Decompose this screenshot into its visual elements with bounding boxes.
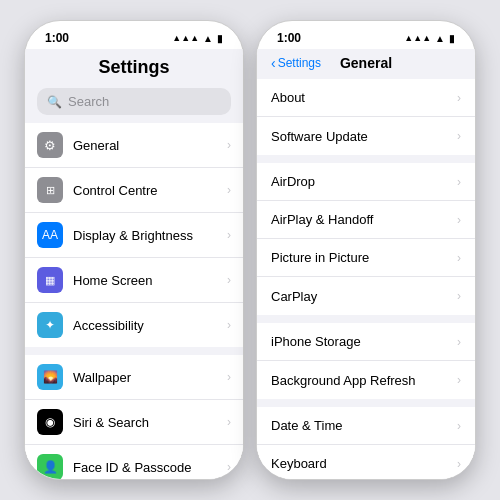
- settings-row-accessibility[interactable]: ✦ Accessibility ›: [25, 303, 243, 347]
- right-time: 1:00: [277, 31, 301, 45]
- siri-icon: ◉: [37, 409, 63, 435]
- left-status-bar: 1:00 ▲▲▲ ▲ ▮: [25, 21, 243, 49]
- phones-container: 1:00 ▲▲▲ ▲ ▮ Settings 🔍 Search ⚙ General…: [14, 10, 486, 490]
- general-list: About › Software Update › AirDrop ›: [257, 79, 475, 479]
- carplay-chevron: ›: [457, 289, 461, 303]
- left-phone: 1:00 ▲▲▲ ▲ ▮ Settings 🔍 Search ⚙ General…: [24, 20, 244, 480]
- faceid-label: Face ID & Passcode: [73, 460, 227, 475]
- general-row-picture[interactable]: Picture in Picture ›: [257, 239, 475, 277]
- siri-chevron: ›: [227, 415, 231, 429]
- faceid-chevron: ›: [227, 460, 231, 474]
- left-time: 1:00: [45, 31, 69, 45]
- accessibility-icon: ✦: [37, 312, 63, 338]
- airplay-chevron: ›: [457, 213, 461, 227]
- general-row-airdrop[interactable]: AirDrop ›: [257, 163, 475, 201]
- settings-row-siri[interactable]: ◉ Siri & Search ›: [25, 400, 243, 445]
- siri-label: Siri & Search: [73, 415, 227, 430]
- home-chevron: ›: [227, 273, 231, 287]
- airdrop-label: AirDrop: [271, 174, 457, 189]
- general-row-backgroundapp[interactable]: Background App Refresh ›: [257, 361, 475, 399]
- accessibility-label: Accessibility: [73, 318, 227, 333]
- wallpaper-label: Wallpaper: [73, 370, 227, 385]
- display-label: Display & Brightness: [73, 228, 227, 243]
- display-icon: AA: [37, 222, 63, 248]
- iphonestorage-chevron: ›: [457, 335, 461, 349]
- faceid-icon: 👤: [37, 454, 63, 479]
- search-icon: 🔍: [47, 95, 62, 109]
- backgroundapp-chevron: ›: [457, 373, 461, 387]
- wifi-icon: ▲: [203, 33, 213, 44]
- right-battery-icon: ▮: [449, 33, 455, 44]
- wallpaper-chevron: ›: [227, 370, 231, 384]
- datetime-label: Date & Time: [271, 418, 457, 433]
- back-chevron-icon: ‹: [271, 55, 276, 71]
- general-title: General: [340, 55, 392, 71]
- settings-title: Settings: [25, 49, 243, 84]
- general-group-4: Date & Time › Keyboard › Fonts › Languag…: [257, 407, 475, 479]
- keyboard-label: Keyboard: [271, 456, 457, 471]
- search-placeholder: Search: [68, 94, 109, 109]
- accessibility-chevron: ›: [227, 318, 231, 332]
- backgroundapp-label: Background App Refresh: [271, 373, 457, 388]
- picture-chevron: ›: [457, 251, 461, 265]
- iphonestorage-label: iPhone Storage: [271, 334, 457, 349]
- back-label: Settings: [278, 56, 321, 70]
- softwareupdate-label: Software Update: [271, 129, 457, 144]
- general-row-carplay[interactable]: CarPlay ›: [257, 277, 475, 315]
- battery-icon: ▮: [217, 33, 223, 44]
- about-label: About: [271, 90, 457, 105]
- settings-list: ⚙ General › ↙ ⊞ Control Centre › AA Disp…: [25, 123, 243, 479]
- general-row-keyboard[interactable]: Keyboard ›: [257, 445, 475, 479]
- right-screen: ‹ Settings General About › Software Upda…: [257, 49, 475, 479]
- general-row-airplay[interactable]: AirPlay & Handoff ›: [257, 201, 475, 239]
- general-group-3: iPhone Storage › Background App Refresh …: [257, 323, 475, 399]
- back-button[interactable]: ‹ Settings: [271, 55, 321, 71]
- wallpaper-icon: 🌄: [37, 364, 63, 390]
- general-row-datetime[interactable]: Date & Time ›: [257, 407, 475, 445]
- control-label: Control Centre: [73, 183, 227, 198]
- carplay-label: CarPlay: [271, 289, 457, 304]
- softwareupdate-chevron: ›: [457, 129, 461, 143]
- keyboard-chevron: ›: [457, 457, 461, 471]
- settings-row-home[interactable]: ▦ Home Screen ›: [25, 258, 243, 303]
- right-signal-icon: ▲▲▲: [404, 33, 431, 43]
- search-bar[interactable]: 🔍 Search: [37, 88, 231, 115]
- control-chevron: ›: [227, 183, 231, 197]
- control-icon: ⊞: [37, 177, 63, 203]
- left-status-icons: ▲▲▲ ▲ ▮: [172, 33, 223, 44]
- right-phone: 1:00 ▲▲▲ ▲ ▮ ‹ Settings General About: [256, 20, 476, 480]
- display-chevron: ›: [227, 228, 231, 242]
- signal-icon: ▲▲▲: [172, 33, 199, 43]
- home-label: Home Screen: [73, 273, 227, 288]
- general-icon: ⚙: [37, 132, 63, 158]
- home-icon: ▦: [37, 267, 63, 293]
- general-row-iphonestorage[interactable]: iPhone Storage ›: [257, 323, 475, 361]
- right-wifi-icon: ▲: [435, 33, 445, 44]
- airplay-label: AirPlay & Handoff: [271, 212, 457, 227]
- general-group-2: AirDrop › AirPlay & Handoff › Picture in…: [257, 163, 475, 315]
- general-row-softwareupdate[interactable]: Software Update ›: [257, 117, 475, 155]
- about-chevron: ›: [457, 91, 461, 105]
- right-status-bar: 1:00 ▲▲▲ ▲ ▮: [257, 21, 475, 49]
- settings-row-display[interactable]: AA Display & Brightness ›: [25, 213, 243, 258]
- settings-row-general[interactable]: ⚙ General › ↙: [25, 123, 243, 168]
- general-group-1: About › Software Update ›: [257, 79, 475, 155]
- settings-row-control[interactable]: ⊞ Control Centre ›: [25, 168, 243, 213]
- general-chevron: ›: [227, 138, 231, 152]
- datetime-chevron: ›: [457, 419, 461, 433]
- general-row-about[interactable]: About ›: [257, 79, 475, 117]
- airdrop-chevron: ›: [457, 175, 461, 189]
- right-status-icons: ▲▲▲ ▲ ▮: [404, 33, 455, 44]
- general-header: ‹ Settings General: [257, 49, 475, 79]
- settings-row-wallpaper[interactable]: 🌄 Wallpaper ›: [25, 355, 243, 400]
- settings-row-faceid[interactable]: 👤 Face ID & Passcode ›: [25, 445, 243, 479]
- left-screen: Settings 🔍 Search ⚙ General › ↙ ⊞: [25, 49, 243, 479]
- settings-group-1: ⚙ General › ↙ ⊞ Control Centre › AA Disp…: [25, 123, 243, 347]
- general-label: General: [73, 138, 227, 153]
- settings-group-2: 🌄 Wallpaper › ◉ Siri & Search › 👤 Face I…: [25, 355, 243, 479]
- picture-label: Picture in Picture: [271, 250, 457, 265]
